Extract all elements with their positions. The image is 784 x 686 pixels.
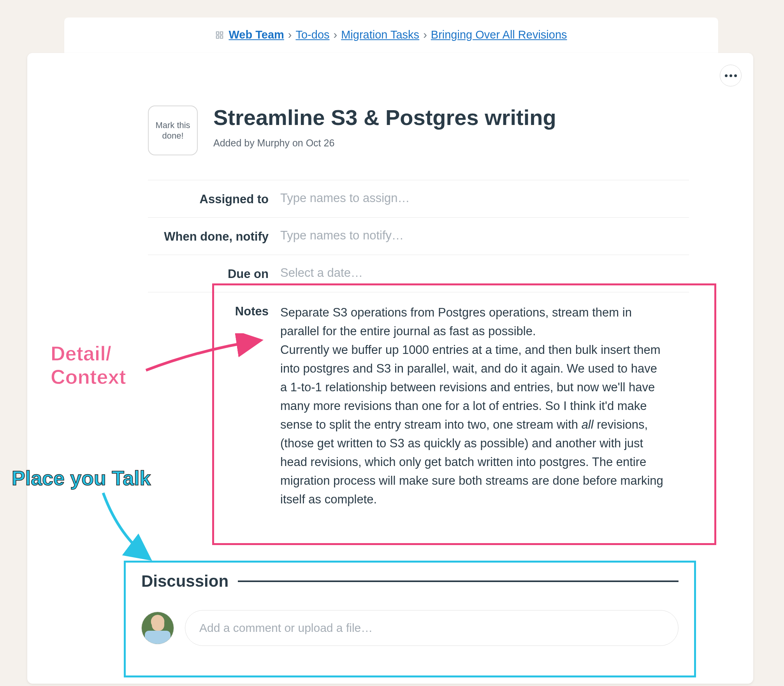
top-nav: Home Pings Hey! Activity My Stuff Find xyxy=(0,0,784,4)
notes-label: Notes xyxy=(148,303,280,318)
comment-input[interactable]: Add a comment or upload a file… xyxy=(185,610,679,646)
svg-rect-8 xyxy=(220,35,223,38)
task-card: Mark this done! Streamline S3 & Postgres… xyxy=(27,53,753,684)
due-on-input[interactable]: Select a date… xyxy=(280,266,689,280)
discussion-section: Discussion Add a comment or upload a fil… xyxy=(124,561,696,677)
crumb-team[interactable]: Web Team xyxy=(229,28,284,41)
breadcrumb: Web Team › To-dos › Migration Tasks › Br… xyxy=(64,18,718,57)
notes-text[interactable]: Separate S3 operations from Postgres ope… xyxy=(280,303,689,509)
crumb-todos[interactable]: To-dos xyxy=(295,28,329,41)
mark-done-button[interactable]: Mark this done! xyxy=(148,106,198,155)
annotation-detail-label: Detail/ Context xyxy=(51,342,126,389)
annotation-talk-label: Place you Talk xyxy=(12,466,151,490)
mark-done-label: Mark this done! xyxy=(149,120,197,141)
notes-para1: Separate S3 operations from Postgres ope… xyxy=(280,306,632,338)
comment-placeholder: Add a comment or upload a file… xyxy=(199,621,373,635)
more-menu-button[interactable] xyxy=(720,65,742,86)
notes-em: all xyxy=(582,418,594,431)
notify-input[interactable]: Type names to notify… xyxy=(280,229,689,243)
annotation-arrow-detail xyxy=(144,333,269,380)
svg-rect-7 xyxy=(216,35,219,38)
grid-icon xyxy=(215,31,224,39)
task-meta: Added by Murphy on Oct 26 xyxy=(213,137,633,149)
svg-rect-6 xyxy=(220,32,223,34)
annotation-arrow-talk xyxy=(99,489,165,567)
svg-rect-5 xyxy=(216,32,219,34)
discussion-divider xyxy=(238,580,679,582)
notify-label: When done, notify xyxy=(148,229,280,244)
discussion-heading: Discussion xyxy=(141,572,229,591)
task-title: Streamline S3 & Postgres writing xyxy=(213,106,633,130)
crumb-current[interactable]: Bringing Over All Revisions xyxy=(431,28,567,41)
assigned-to-label: Assigned to xyxy=(148,191,280,206)
crumb-tasks[interactable]: Migration Tasks xyxy=(341,28,419,41)
assigned-to-input[interactable]: Type names to assign… xyxy=(280,191,689,205)
avatar xyxy=(141,612,174,644)
due-on-label: Due on xyxy=(148,266,280,281)
